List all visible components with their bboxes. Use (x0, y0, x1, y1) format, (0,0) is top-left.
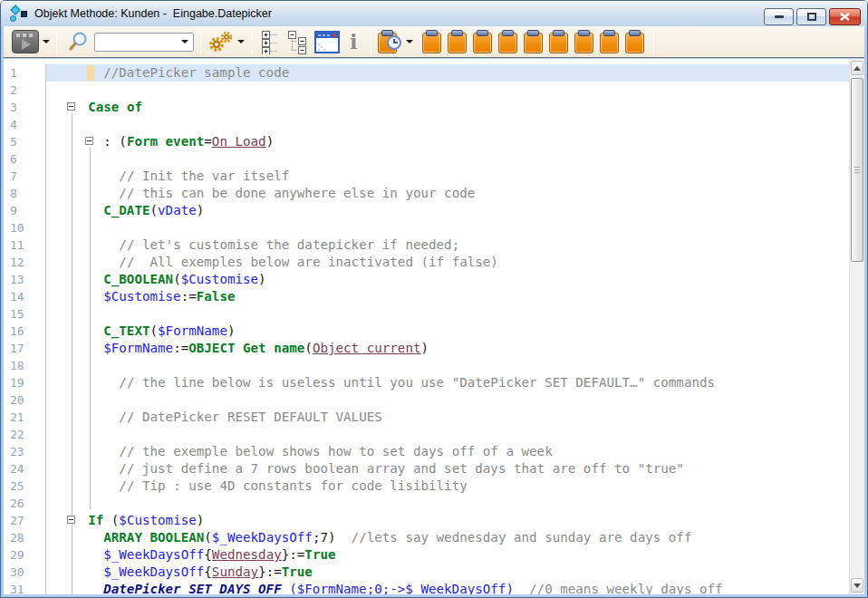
code-text[interactable]: If ($Customise) (46, 512, 864, 529)
clipboard-icon (477, 30, 488, 36)
code-line-24[interactable]: 24 // just define a 7 rows boolean array… (4, 460, 864, 477)
code-text[interactable] (46, 426, 864, 443)
code-text[interactable]: : (Form event=On Load) (46, 133, 864, 150)
code-segment: // just define a 7 rows boolean array an… (119, 461, 684, 476)
fold-collapse-box[interactable] (67, 102, 75, 111)
code-line-11[interactable]: 11 // let's customise the datepicker if … (4, 236, 864, 254)
code-text[interactable]: // the line below is useless until you u… (46, 374, 864, 391)
code-text[interactable]: // Tip : use 4D constants for code lisib… (46, 477, 864, 495)
fold-collapse-box[interactable] (67, 516, 75, 524)
code-line-30[interactable]: 30 $_WeekDaysOff{Sunday}:=True (4, 564, 864, 581)
code-line-31[interactable]: 31 DatePicker SET DAYS OFF ($FormName;0;… (4, 581, 864, 594)
clipboard-1-button[interactable] (422, 30, 441, 53)
code-line-20[interactable]: 20 (4, 391, 864, 409)
code-text[interactable]: // let's customise the datepicker if nee… (46, 236, 864, 254)
clipboard-4-button[interactable] (498, 30, 517, 53)
code-text[interactable]: // All exemples below are inactivated (i… (46, 254, 864, 271)
scrollbar-thumb[interactable] (851, 78, 863, 262)
code-text[interactable]: // the exemple below shows how to set da… (46, 443, 864, 460)
code-line-3[interactable]: 3 Case of (4, 99, 864, 116)
code-text[interactable]: $_WeekDaysOff{Sunday}:=True (46, 564, 864, 581)
code-editor[interactable]: 1 //DatePicker sample code23 Case of45 :… (4, 59, 864, 594)
code-line-5[interactable]: 5 : (Form event=On Load) (4, 133, 864, 150)
code-text[interactable]: // just define a 7 rows boolean array an… (46, 460, 864, 477)
title-bar[interactable]: Objekt Methode: Kunden - Eingabe.Datepic… (1, 1, 867, 26)
code-text[interactable]: $_WeekDaysOff{Wednesday}:=True (46, 546, 864, 564)
code-line-2[interactable]: 2 (4, 82, 864, 99)
code-text[interactable]: C_TEXT($FormName) (46, 323, 864, 340)
code-text[interactable]: Case of (46, 99, 864, 116)
search-combobox[interactable] (94, 33, 194, 52)
code-line-23[interactable]: 23 // the exemple below shows how to set… (4, 443, 864, 460)
code-line-26[interactable]: 26 (4, 495, 864, 512)
code-text[interactable] (46, 82, 864, 99)
clipboard-5-button[interactable] (524, 30, 543, 53)
code-text[interactable]: $Customise:=False (46, 288, 864, 305)
info-button[interactable]: i (345, 30, 362, 53)
code-line-15[interactable]: 15 (4, 305, 864, 323)
code-line-25[interactable]: 25 // Tip : use 4D constants for code li… (4, 477, 864, 495)
code-line-1[interactable]: 1 //DatePicker sample code (4, 64, 864, 82)
circle-shape (10, 15, 16, 22)
close-button[interactable] (829, 8, 861, 25)
macros-button[interactable] (207, 30, 245, 53)
expand-all-button[interactable] (261, 30, 282, 54)
code-text[interactable] (46, 305, 864, 323)
maximize-button[interactable] (796, 8, 826, 25)
line-number: 21 (4, 409, 46, 426)
code-line-29[interactable]: 29 $_WeekDaysOff{Wednesday}:=True (4, 546, 864, 564)
scroll-up-button[interactable] (851, 61, 863, 75)
code-line-13[interactable]: 13 C_BOOLEAN($Customise) (4, 271, 864, 288)
run-method-button[interactable] (12, 30, 50, 53)
code-line-16[interactable]: 16 C_TEXT($FormName) (4, 323, 864, 340)
code-line-12[interactable]: 12 // All exemples below are inactivated… (4, 254, 864, 271)
code-text[interactable] (46, 150, 864, 168)
code-text[interactable]: DatePicker SET DAYS OFF ($FormName;0;->$… (46, 581, 864, 594)
code-text[interactable] (46, 116, 864, 133)
clipboard-6-button[interactable] (549, 30, 568, 53)
code-text[interactable]: ARRAY BOOLEAN($_WeekDaysOff;7) //lets sa… (46, 529, 864, 546)
code-line-22[interactable]: 22 (4, 426, 864, 443)
code-line-9[interactable]: 9 C_DATE(vDate) (4, 202, 864, 219)
code-text[interactable]: //DatePicker sample code (46, 64, 864, 82)
clipboard-history-button[interactable] (378, 30, 413, 53)
line-number: 3 (4, 99, 46, 116)
fold-collapse-box[interactable] (85, 137, 93, 145)
line-number: 22 (4, 426, 46, 443)
code-line-18[interactable]: 18 (4, 357, 864, 374)
code-text[interactable]: // this can be done anywhere else in you… (46, 185, 864, 202)
code-line-8[interactable]: 8 // this can be done anywhere else in y… (4, 185, 864, 202)
code-line-4[interactable]: 4 (4, 116, 864, 133)
vertical-scrollbar[interactable] (849, 59, 864, 594)
code-text[interactable]: C_DATE(vDate) (46, 202, 864, 219)
code-line-6[interactable]: 6 (4, 150, 864, 168)
clipboard-2-button[interactable] (448, 30, 467, 53)
clipboard-7-button[interactable] (574, 30, 593, 53)
code-line-10[interactable]: 10 (4, 219, 864, 236)
code-text[interactable]: // Init the var itself (46, 168, 864, 185)
clipboard-8-button[interactable] (600, 30, 619, 53)
clipboard-9-button[interactable] (625, 30, 644, 53)
code-text[interactable] (46, 357, 864, 374)
scroll-down-button[interactable] (851, 578, 863, 593)
code-text[interactable] (46, 495, 864, 512)
code-line-28[interactable]: 28 ARRAY BOOLEAN($_WeekDaysOff;7) //lets… (4, 529, 864, 546)
code-text[interactable] (46, 391, 864, 409)
code-text[interactable]: // DatePicker RESET DEFAULT VALUES (46, 409, 864, 426)
code-line-7[interactable]: 7 // Init the var itself (4, 168, 864, 185)
code-line-14[interactable]: 14 $Customise:=False (4, 288, 864, 305)
code-line-17[interactable]: 17 $FormName:=OBJECT Get name(Object cur… (4, 340, 864, 357)
minimize-button[interactable] (764, 8, 794, 25)
collapse-all-button[interactable] (287, 30, 309, 54)
search-button[interactable] (66, 30, 90, 53)
code-line-19[interactable]: 19 // the line below is useless until yo… (4, 374, 864, 391)
code-line-21[interactable]: 21 // DatePicker RESET DEFAULT VALUES (4, 409, 864, 426)
code-line-27[interactable]: 27 If ($Customise) (4, 512, 864, 529)
code-text[interactable]: C_BOOLEAN($Customise) (46, 271, 864, 288)
code-segment: ) (266, 134, 275, 149)
code-text[interactable] (46, 219, 864, 236)
open-form-button[interactable] (314, 31, 340, 53)
code-lines[interactable]: 1 //DatePicker sample code23 Case of45 :… (4, 59, 864, 594)
code-text[interactable]: $FormName:=OBJECT Get name(Object curren… (46, 340, 864, 357)
clipboard-3-button[interactable] (473, 30, 492, 53)
